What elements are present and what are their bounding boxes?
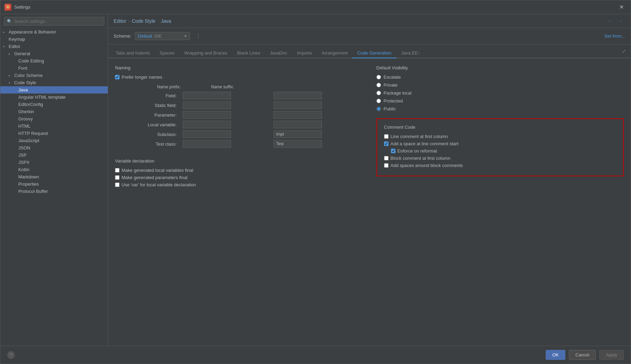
sidebar-item-appearance[interactable]: Appearance & Behavior <box>0 28 108 36</box>
naming-prefix-input-5[interactable] <box>183 140 231 148</box>
help-button[interactable]: ? <box>7 351 15 359</box>
default-visibility-section: Default Visibility EscalatePrivatePackag… <box>376 65 624 111</box>
scheme-row: Scheme: Default IDE ▾ ⋮ Set from... <box>108 28 631 45</box>
sidebar-item-label-properties: Properties <box>18 181 39 187</box>
var-decl-row-0[interactable]: Make generated local variables final <box>115 168 363 173</box>
naming-suffix-input-4[interactable] <box>274 130 322 138</box>
var-decl-checkbox-0[interactable] <box>115 168 119 173</box>
visibility-row-protected[interactable]: Protected <box>376 98 624 104</box>
visibility-row-private[interactable]: Private <box>376 82 624 88</box>
sidebar-item-json[interactable]: JSON <box>0 144 108 151</box>
visibility-radio-public[interactable] <box>376 107 381 111</box>
var-decl-checkbox-1[interactable] <box>115 175 119 180</box>
comment-code-checkbox-1[interactable] <box>384 141 389 146</box>
visibility-row-package-local[interactable]: Package local <box>376 90 624 96</box>
prefer-longer-names-row[interactable]: Prefer longer names <box>115 75 363 80</box>
sidebar-item-markdown[interactable]: Markdown <box>0 173 108 180</box>
comment-code-row-1[interactable]: Add a space at line comment start <box>384 141 616 146</box>
comment-code-checkbox-0[interactable] <box>384 134 389 139</box>
naming-suffix-input-3[interactable] <box>274 121 322 128</box>
naming-suffix-cell-4 <box>271 129 362 139</box>
sidebar-item-label-code-editing: Code Editing <box>18 58 44 63</box>
comment-code-row-2[interactable]: Enforce on reformat <box>384 148 616 154</box>
sidebar-item-angular-html[interactable]: Angular HTML template <box>0 94 108 101</box>
tab-javadoc[interactable]: JavaDoc <box>265 48 292 58</box>
sidebar-item-general[interactable]: General <box>0 50 108 57</box>
visibility-row-public[interactable]: Public <box>376 106 624 111</box>
sidebar-item-color-scheme[interactable]: Color Scheme <box>0 72 108 79</box>
sidebar-item-code-editing[interactable]: Code Editing <box>0 57 108 65</box>
naming-prefix-input-4[interactable] <box>183 130 231 138</box>
close-button[interactable]: ✕ <box>616 2 627 12</box>
sidebar-item-java[interactable]: Java <box>0 86 108 94</box>
sidebar-item-javascript[interactable]: JavaScript <box>0 137 108 144</box>
tab-tabs-and-indents[interactable]: Tabs and Indents <box>111 48 155 58</box>
back-arrow[interactable]: ← <box>606 18 615 24</box>
comment-code-row-4[interactable]: Add spaces around block comments <box>384 163 616 168</box>
left-column: Naming Prefer longer names Name prefix: … <box>115 65 363 339</box>
sidebar-item-protocol-buffer[interactable]: Protocol Buffer <box>0 188 108 195</box>
breadcrumb-editor[interactable]: Editor <box>114 18 126 24</box>
visibility-radio-package-local[interactable] <box>376 91 381 95</box>
forward-arrow[interactable]: → <box>616 18 625 24</box>
prefer-longer-names-checkbox[interactable] <box>115 75 119 79</box>
sidebar-item-editorconfig[interactable]: EditorConfig <box>0 101 108 108</box>
sidebar-item-jspx[interactable]: JSPX <box>0 159 108 166</box>
comment-code-row-3[interactable]: Block comment at first column <box>384 156 616 161</box>
naming-prefix-input-3[interactable] <box>183 121 231 128</box>
breadcrumb-code-style[interactable]: Code Style <box>132 18 155 24</box>
naming-suffix-input-2[interactable] <box>274 111 322 119</box>
name-prefix-header: Name prefix: <box>155 85 209 89</box>
sidebar-item-html[interactable]: HTML <box>0 122 108 130</box>
naming-suffix-input-1[interactable] <box>274 101 322 109</box>
visibility-radio-escalate[interactable] <box>376 75 381 79</box>
sidebar-item-gherkin[interactable]: Gherkin <box>0 108 108 115</box>
cancel-button[interactable]: Cancel <box>569 350 596 360</box>
sidebar-item-properties[interactable]: Properties <box>0 180 108 188</box>
visibility-radio-protected[interactable] <box>376 99 381 103</box>
scheme-menu-icon[interactable]: ⋮ <box>193 32 203 40</box>
tab-imports[interactable]: Imports <box>292 48 317 58</box>
variable-declaration-heading: Variable declaration <box>115 158 363 164</box>
naming-prefix-input-2[interactable] <box>183 111 231 119</box>
comment-code-checkbox-2[interactable] <box>391 149 395 153</box>
sidebar-item-font[interactable]: Font <box>0 65 108 72</box>
naming-prefix-input-1[interactable] <box>183 101 231 109</box>
sidebar-item-label-jspx: JSPX <box>18 160 30 165</box>
set-from-link[interactable]: Set from... <box>604 33 625 39</box>
sidebar-item-groovy[interactable]: Groovy <box>0 115 108 122</box>
tab-expand-icon[interactable]: ⤢ <box>620 47 628 55</box>
ok-button[interactable]: OK <box>546 350 565 360</box>
sidebar-item-kotlin[interactable]: Kotlin <box>0 166 108 173</box>
sidebar-item-code-style[interactable]: Code Style <box>0 79 108 86</box>
tab-code-generation[interactable]: Code Generation <box>352 48 396 58</box>
tab-blank-lines[interactable]: Blank Lines <box>232 48 265 58</box>
comment-code-checkbox-4[interactable] <box>384 163 389 168</box>
naming-prefix-input-0[interactable] <box>183 92 231 99</box>
visibility-row-escalate[interactable]: Escalate <box>376 75 624 80</box>
naming-suffix-input-0[interactable] <box>274 92 322 99</box>
var-decl-row-1[interactable]: Make generated parameters final <box>115 175 363 180</box>
tab-spaces[interactable]: Spaces <box>155 48 179 58</box>
sidebar-item-editor[interactable]: Editor <box>0 43 108 50</box>
breadcrumb-java[interactable]: Java <box>161 18 171 24</box>
scheme-dropdown[interactable]: Default IDE ▾ <box>135 32 190 40</box>
tab-wrapping-and-braces[interactable]: Wrapping and Braces <box>179 48 232 58</box>
visibility-radio-private[interactable] <box>376 83 381 87</box>
search-input[interactable] <box>14 19 101 24</box>
comment-code-row-0[interactable]: Line comment at first column <box>384 134 616 139</box>
chevron-code-style-icon <box>9 81 13 85</box>
apply-button[interactable]: Apply <box>599 350 624 360</box>
var-decl-row-2[interactable]: Use 'var' for local variable declaration <box>115 182 363 187</box>
search-box[interactable]: 🔍 <box>4 17 104 26</box>
naming-suffix-input-5[interactable] <box>274 140 322 148</box>
tab-arrangement[interactable]: Arrangement <box>317 48 352 58</box>
comment-code-checkbox-3[interactable] <box>384 156 389 160</box>
var-decl-checkbox-2[interactable] <box>115 183 119 187</box>
tab-java-ee[interactable]: Java EE↑ <box>396 48 425 58</box>
naming-heading: Naming <box>115 65 363 70</box>
naming-row-label-2: Parameter: <box>115 110 181 120</box>
sidebar-item-keymap[interactable]: Keymap <box>0 36 108 43</box>
sidebar-item-jsp[interactable]: JSP <box>0 151 108 159</box>
sidebar-item-http-request[interactable]: HTTP Request <box>0 130 108 137</box>
